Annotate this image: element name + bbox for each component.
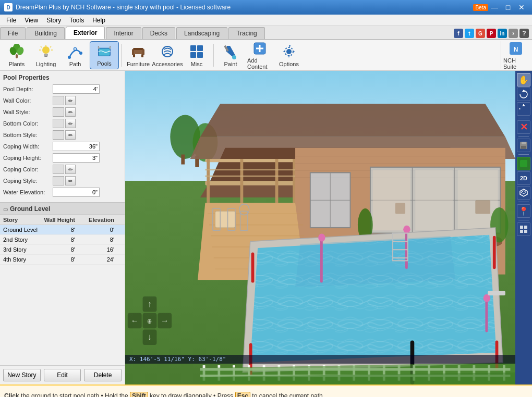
tab-interior[interactable]: Interior <box>106 27 141 39</box>
orbit-tool-button[interactable] <box>517 88 530 101</box>
help-icon[interactable]: ? <box>519 29 529 38</box>
cell-story: 3rd Story <box>0 245 41 255</box>
menu-view[interactable]: View <box>20 16 42 25</box>
grid-button[interactable] <box>517 222 530 236</box>
svg-text:↑: ↑ <box>148 299 152 308</box>
window-controls: — □ ✕ <box>488 2 528 13</box>
menu-story[interactable]: Story <box>42 16 65 25</box>
cell-story: 4th Story <box>0 255 41 265</box>
tool-paint[interactable]: Paint <box>216 41 245 69</box>
tab-landscaping[interactable]: Landscaping <box>176 27 227 39</box>
3d-viewport[interactable]: ↑ ← ⊕ → ↓ X: 146'-5 11/16" Y: 63'-1/8" <box>125 71 515 384</box>
tool-lighting[interactable]: Lighting <box>31 41 61 69</box>
right-tools-separator-1 <box>518 118 529 118</box>
svg-point-101 <box>318 234 325 242</box>
tab-exterior[interactable]: Exterior <box>66 27 105 39</box>
right-tools-separator-4 <box>518 202 529 202</box>
coping-style-edit[interactable]: ✏ <box>65 176 76 185</box>
tool-furniture[interactable]: Furniture <box>124 41 153 69</box>
pool-properties-panel: Pool Properties Pool Depth: Wall Color: … <box>0 71 125 203</box>
tool-options[interactable]: Options <box>274 41 304 69</box>
svg-rect-72 <box>475 200 490 214</box>
facebook-icon[interactable]: f <box>454 29 463 38</box>
table-row[interactable]: 2nd Story 8' 8' <box>0 235 125 245</box>
table-row[interactable]: 3rd Story 8' 16' <box>0 245 125 255</box>
table-row[interactable]: Ground Level 8' 0' <box>0 225 125 235</box>
tool-addcontent[interactable]: Add Content <box>245 41 274 69</box>
tab-file[interactable]: File <box>0 27 26 39</box>
addcontent-label: Add Content <box>247 57 272 70</box>
coping-width-row: Coping Width: <box>3 142 122 151</box>
coping-color-edit[interactable]: ✏ <box>65 165 76 174</box>
tool-plants[interactable]: Plants <box>2 41 31 69</box>
minimize-button[interactable]: — <box>488 2 501 13</box>
accessories-icon <box>159 43 176 60</box>
new-story-button[interactable]: New Story <box>3 369 41 381</box>
scene-svg: ↑ ← ⊕ → ↓ <box>125 71 515 384</box>
nch-suite-btn[interactable]: N NCH Suite <box>501 41 530 69</box>
svg-rect-84 <box>215 211 235 228</box>
green-view-button[interactable] <box>517 157 530 170</box>
wall-color-swatch[interactable] <box>53 96 64 105</box>
coping-width-input[interactable] <box>53 142 100 151</box>
maximize-button[interactable]: □ <box>502 2 514 13</box>
svg-rect-29 <box>190 52 196 58</box>
bottom-color-edit[interactable]: ✏ <box>65 119 76 128</box>
wall-style-swatch[interactable] <box>53 107 64 117</box>
bottom-color-swatch[interactable] <box>53 119 64 128</box>
tab-decks[interactable]: Decks <box>142 27 175 39</box>
undo-tool-button[interactable] <box>517 102 530 116</box>
coping-color-swatch[interactable] <box>53 165 64 174</box>
table-row[interactable]: 4th Story 8' 24' <box>0 255 125 265</box>
svg-text:←: ← <box>131 315 139 325</box>
coordinates-display: X: 146'-5 11/16" Y: 63'-1/8" <box>125 355 515 364</box>
menu-bar: File View Story Tools Help <box>0 15 532 26</box>
pool-depth-input[interactable] <box>53 84 100 94</box>
svg-rect-18 <box>98 47 100 48</box>
delete-button[interactable]: Delete <box>84 369 122 381</box>
tab-building[interactable]: Building <box>27 27 65 39</box>
wall-style-edit[interactable]: ✏ <box>65 107 76 117</box>
save-tool-button[interactable] <box>517 139 530 152</box>
linkedin-icon[interactable]: in <box>498 29 507 38</box>
coping-height-input[interactable] <box>53 153 100 163</box>
svg-marker-154 <box>521 191 526 194</box>
location-button[interactable]: 📍 <box>517 204 530 218</box>
pinterest-icon[interactable]: P <box>487 29 496 38</box>
close-button[interactable]: ✕ <box>515 2 528 13</box>
menu-file[interactable]: File <box>2 16 20 25</box>
delete-tool-button[interactable]: ✕ <box>517 120 530 134</box>
svg-rect-30 <box>197 52 203 58</box>
water-elevation-input[interactable] <box>53 188 100 197</box>
cell-elevation: 16' <box>86 245 125 255</box>
twitter-icon[interactable]: t <box>465 29 474 38</box>
cell-elevation: 8' <box>86 235 125 245</box>
coping-width-label: Coping Width: <box>3 143 53 150</box>
wall-color-edit[interactable]: ✏ <box>65 96 76 105</box>
tool-accessories[interactable]: Accessories <box>153 41 182 69</box>
2d-view-button[interactable]: 2D <box>517 171 530 185</box>
bottom-style-swatch[interactable] <box>53 130 64 140</box>
coping-style-swatch[interactable] <box>53 176 64 185</box>
svg-text:⊕: ⊕ <box>147 317 152 325</box>
beta-badge: Beta <box>473 4 488 11</box>
window-title: DreamPlan Plus by NCH Software - single … <box>16 4 471 11</box>
right-tools-panel: ✋ ✕ 2D 📍 <box>515 71 532 384</box>
hand-tool-button[interactable]: ✋ <box>517 73 530 86</box>
bottom-style-edit[interactable]: ✏ <box>65 130 76 140</box>
tool-misc[interactable]: Misc <box>182 41 211 69</box>
svg-rect-5 <box>44 54 48 56</box>
chevron-icon[interactable]: › <box>509 29 518 38</box>
svg-rect-52 <box>275 159 279 203</box>
googleplus-icon[interactable]: G <box>476 29 485 38</box>
ground-level-header[interactable]: ▭ Ground Level <box>0 203 125 215</box>
svg-rect-27 <box>190 45 196 51</box>
menu-help[interactable]: Help <box>88 16 110 25</box>
tab-tracing[interactable]: Tracing <box>228 27 265 39</box>
tool-path[interactable]: Path <box>61 41 90 69</box>
edit-button[interactable]: Edit <box>44 369 81 381</box>
menu-tools[interactable]: Tools <box>65 16 88 25</box>
tool-pools[interactable]: Pools <box>90 41 119 69</box>
3d-view-button[interactable] <box>517 186 530 200</box>
nch-icon: N <box>507 41 524 56</box>
